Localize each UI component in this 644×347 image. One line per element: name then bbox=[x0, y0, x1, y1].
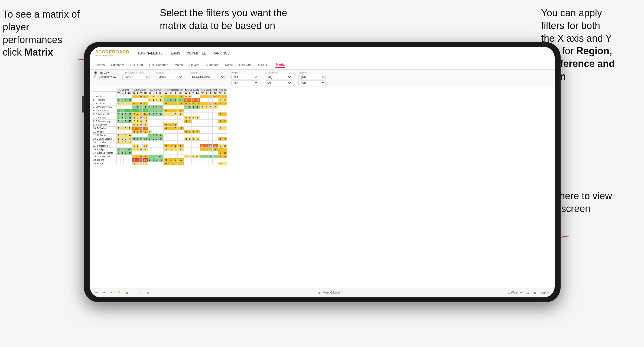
compact-view-radio[interactable]: Compact View bbox=[94, 75, 116, 78]
gender-select[interactable]: Men's bbox=[156, 75, 183, 79]
cell-r10-c0-3 bbox=[127, 130, 132, 134]
cell-r15-c4-0 bbox=[184, 148, 188, 151]
refresh-btn[interactable]: ⟳ bbox=[109, 290, 113, 295]
cell-r8-c1-2: 0 bbox=[139, 123, 143, 127]
nav-tournaments[interactable]: TOURNAMENTS bbox=[138, 50, 162, 56]
cell-r11-c0-0: 1 bbox=[117, 134, 121, 137]
full-view-radio[interactable]: Full View bbox=[94, 71, 116, 74]
grid-btn[interactable]: ⊞ bbox=[125, 290, 129, 295]
cell-r14-c3-3: 0 bbox=[178, 144, 184, 148]
cell-r3-c3-1 bbox=[169, 105, 173, 109]
cell-r18-c5-3 bbox=[212, 158, 218, 162]
cell-r2-c4-3: 11 bbox=[195, 102, 200, 105]
cell-r0-c4-2 bbox=[191, 95, 195, 98]
tab-h2h-grid-2[interactable]: H2H Grid bbox=[239, 62, 252, 68]
cell-r8-c0-0 bbox=[117, 123, 121, 127]
cell-r6-c5-1 bbox=[205, 116, 209, 120]
cell-r12-c2-2: 0 bbox=[155, 137, 158, 141]
cell-r10-c5-2 bbox=[209, 130, 212, 134]
cell-r6-c2-0 bbox=[148, 116, 152, 120]
cell-r7-c2-1 bbox=[152, 120, 155, 123]
tab-h2h-h[interactable]: H2H H... bbox=[258, 62, 270, 68]
players-select-1[interactable]: (All) bbox=[298, 75, 326, 79]
conference-select-2[interactable]: (All) bbox=[265, 81, 292, 85]
tab-h2h-grid[interactable]: H2H Grid bbox=[130, 62, 143, 68]
cell-r18-c4-2 bbox=[191, 158, 195, 162]
cell-r6-c5-0 bbox=[200, 116, 205, 120]
cell-r15-c1-0: 2 bbox=[132, 148, 136, 151]
toolbar-left: ↩ ↪ ⟳ ⚡ ⊞ − + ⊙ bbox=[94, 290, 150, 295]
players-select-2[interactable]: (All) bbox=[298, 81, 326, 85]
tab-summary-2[interactable]: Summary bbox=[205, 62, 219, 68]
zoom-in-btn[interactable]: + bbox=[139, 291, 142, 295]
compact-view-radio-btn[interactable] bbox=[94, 75, 97, 78]
cell-r7-c3-0 bbox=[163, 120, 169, 123]
cell-r9-c5-1 bbox=[205, 127, 209, 130]
cell-r11-c6-0 bbox=[218, 134, 223, 137]
cell-r12-c0-0: 1 bbox=[117, 137, 121, 141]
cell-r7-c1-2: 0 bbox=[139, 120, 143, 123]
matrix-content-area[interactable]: 1. W Ding 2. L Clanton 3. J Koivun 4. M … bbox=[90, 87, 555, 290]
cell-r2-c1-3: -2 bbox=[142, 102, 148, 105]
cell-r1-c2-3: 0 bbox=[158, 98, 163, 102]
cell-r8-c3-0: 0 bbox=[163, 123, 169, 127]
cell-r8-c1-0: 0 bbox=[132, 123, 136, 127]
conference-select-1[interactable]: (All) bbox=[265, 75, 292, 79]
player-name-15: 16. K Vilips bbox=[92, 148, 117, 151]
tab-matrix-1[interactable]: Matrix bbox=[174, 62, 183, 68]
view-original-btn[interactable]: ⊙ bbox=[317, 290, 322, 295]
cell-r9-c0-2: 0 bbox=[124, 127, 127, 130]
nav-rankings[interactable]: RANKINGS bbox=[213, 50, 230, 56]
zoom-out-btn[interactable]: − bbox=[132, 291, 136, 295]
cell-r13-c4-0 bbox=[184, 141, 188, 144]
undo-btn[interactable]: ↩ bbox=[94, 290, 99, 295]
cell-r16-c3-3 bbox=[178, 151, 184, 155]
lightning-btn[interactable]: ⚡ bbox=[116, 290, 122, 295]
cell-r9-c3-1: 1 bbox=[169, 127, 173, 130]
jkoivun-w: W bbox=[148, 92, 152, 95]
nav-committee[interactable]: COMMITTEE bbox=[187, 50, 206, 56]
cell-r7-c3-3 bbox=[178, 120, 184, 123]
player-name-6: 7. G Sargent bbox=[92, 116, 117, 120]
cell-r5-c5-3 bbox=[212, 113, 218, 116]
watch-btn[interactable]: ⊙ Watch ▾ bbox=[507, 290, 523, 295]
tab-teams[interactable]: Teams bbox=[95, 62, 105, 68]
cell-r11-c0-3: -6 bbox=[127, 134, 132, 137]
region-select-2[interactable]: N/A bbox=[231, 81, 258, 85]
share-btn[interactable]: Share bbox=[540, 291, 550, 295]
cell-r5-c6-1: 1 bbox=[223, 113, 227, 116]
layout-btn[interactable]: ⊡ bbox=[526, 290, 530, 295]
redo-btn[interactable]: ↪ bbox=[102, 290, 106, 295]
cell-r9-c4-3 bbox=[195, 127, 200, 130]
cell-r14-c2-2 bbox=[155, 144, 158, 148]
cell-r8-c4-2 bbox=[191, 123, 195, 127]
cell-r4-c5-3 bbox=[212, 109, 218, 113]
clamp-dif: Dif bbox=[212, 92, 218, 95]
full-view-radio-btn[interactable] bbox=[94, 71, 97, 74]
division-select[interactable]: NCAA Division I bbox=[190, 75, 225, 79]
tab-matrix-active[interactable]: Matrix bbox=[275, 62, 285, 68]
nav-teams[interactable]: TEAMS bbox=[169, 50, 180, 56]
cell-r13-c2-3 bbox=[158, 141, 163, 144]
cell-r13-c4-2 bbox=[191, 141, 195, 144]
cell-r2-c0-2: 0 bbox=[124, 102, 127, 105]
fullscreen-btn[interactable]: ⊞ bbox=[533, 290, 538, 295]
cell-r12-c5-3 bbox=[212, 137, 218, 141]
tab-summary[interactable]: Summary bbox=[110, 62, 124, 68]
region-select-1[interactable]: N/A bbox=[231, 75, 258, 79]
cell-r2-c6-1: 2 bbox=[223, 102, 227, 105]
cell-r16-c4-1 bbox=[188, 151, 191, 155]
cell-r11-c3-3 bbox=[178, 134, 184, 137]
cell-r18-c2-2: 0 bbox=[155, 158, 158, 162]
target-btn[interactable]: ⊙ bbox=[145, 290, 150, 295]
max-players-select[interactable]: Top 25 bbox=[122, 75, 149, 79]
tab-players[interactable]: Players bbox=[189, 62, 200, 68]
cell-r0-c2-1: 1 bbox=[152, 95, 155, 98]
tab-h2h-heatmap[interactable]: H2H Heatmap bbox=[149, 62, 169, 68]
cell-r3-c3-2 bbox=[173, 105, 177, 109]
cell-r7-c6-0: 1 bbox=[218, 120, 223, 123]
cell-r13-c1-3 bbox=[142, 141, 148, 144]
tab-detail[interactable]: Detail bbox=[225, 62, 233, 68]
cell-r9-c0-3: 1 bbox=[127, 127, 132, 130]
cell-r6-c4-3: 3 bbox=[195, 116, 200, 120]
